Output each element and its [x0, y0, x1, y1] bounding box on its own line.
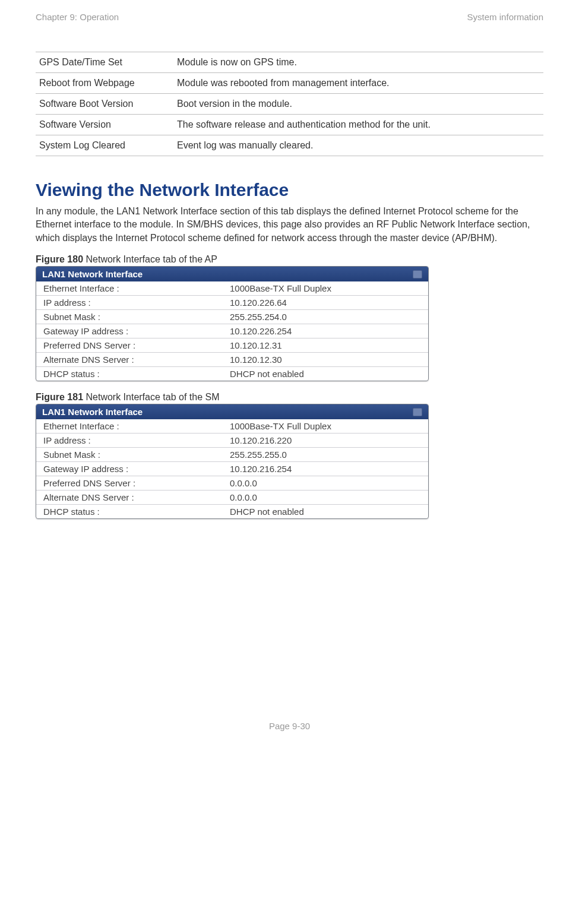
field-value: 10.120.216.254 [223, 462, 428, 476]
table-row: IP address :10.120.226.64 [36, 296, 428, 310]
header-left: Chapter 9: Operation [36, 12, 119, 22]
field-value: 10.120.216.220 [223, 433, 428, 448]
table-row: Alternate DNS Server :10.120.12.30 [36, 353, 428, 367]
panel-title: LAN1 Network Interface [42, 407, 143, 417]
def-term: Software Boot Version [36, 94, 173, 115]
table-row: Software Version The software release an… [36, 115, 543, 135]
field-label: IP address : [36, 433, 223, 448]
panel-title: LAN1 Network Interface [42, 269, 143, 279]
def-desc: Module was rebooted from management inte… [173, 73, 543, 94]
field-label: Gateway IP address : [36, 324, 223, 338]
field-value: 0.0.0.0 [223, 491, 428, 505]
table-row: Software Boot Version Boot version in th… [36, 94, 543, 115]
definition-table: GPS Date/Time Set Module is now on GPS t… [36, 52, 543, 156]
figure-number: Figure 180 [36, 254, 83, 264]
table-row: Preferred DNS Server :10.120.12.31 [36, 338, 428, 353]
collapse-icon[interactable] [413, 408, 422, 416]
table-row: Ethernet Interface :1000Base-TX Full Dup… [36, 281, 428, 296]
field-label: Alternate DNS Server : [36, 491, 223, 505]
figure-number: Figure 181 [36, 392, 83, 402]
field-label: Subnet Mask : [36, 310, 223, 324]
field-value: 1000Base-TX Full Duplex [223, 419, 428, 433]
figure-title: Network Interface tab of the SM [83, 392, 219, 402]
def-desc: Boot version in the module. [173, 94, 543, 115]
field-label: DHCP status : [36, 505, 223, 519]
table-row: Preferred DNS Server :0.0.0.0 [36, 476, 428, 491]
def-term: GPS Date/Time Set [36, 52, 173, 73]
field-label: Ethernet Interface : [36, 281, 223, 296]
field-label: Ethernet Interface : [36, 419, 223, 433]
field-label: DHCP status : [36, 367, 223, 381]
field-value: 10.120.226.64 [223, 296, 428, 310]
figure-caption: Figure 181 Network Interface tab of the … [36, 392, 543, 403]
def-desc: Event log was manually cleared. [173, 135, 543, 156]
table-row: Subnet Mask :255.255.254.0 [36, 310, 428, 324]
def-desc: The software release and authentication … [173, 115, 543, 135]
figure-caption: Figure 180 Network Interface tab of the … [36, 254, 543, 265]
section-body: In any module, the LAN1 Network Interfac… [36, 205, 543, 245]
table-row: Gateway IP address :10.120.226.254 [36, 324, 428, 338]
field-label: Alternate DNS Server : [36, 353, 223, 367]
table-row: Gateway IP address :10.120.216.254 [36, 462, 428, 476]
panel-header: LAN1 Network Interface [36, 267, 428, 281]
header-right: System information [467, 12, 543, 22]
table-row: Reboot from Webpage Module was rebooted … [36, 73, 543, 94]
field-value: DHCP not enabled [223, 505, 428, 519]
page-header: Chapter 9: Operation System information [36, 12, 543, 22]
field-label: Subnet Mask : [36, 448, 223, 462]
def-term: Reboot from Webpage [36, 73, 173, 94]
table-row: System Log Cleared Event log was manuall… [36, 135, 543, 156]
figure-title: Network Interface tab of the AP [83, 254, 217, 264]
network-values-table: Ethernet Interface :1000Base-TX Full Dup… [36, 281, 428, 381]
field-value: 0.0.0.0 [223, 476, 428, 491]
network-values-table: Ethernet Interface :1000Base-TX Full Dup… [36, 419, 428, 518]
field-value: DHCP not enabled [223, 367, 428, 381]
field-value: 10.120.12.30 [223, 353, 428, 367]
field-value: 10.120.226.254 [223, 324, 428, 338]
collapse-icon[interactable] [413, 270, 422, 279]
field-value: 255.255.255.0 [223, 448, 428, 462]
table-row: DHCP status :DHCP not enabled [36, 367, 428, 381]
page-number: Page 9-30 [36, 721, 543, 731]
field-label: Preferred DNS Server : [36, 338, 223, 353]
network-interface-panel-sm: LAN1 Network Interface Ethernet Interfac… [36, 404, 429, 519]
field-label: Gateway IP address : [36, 462, 223, 476]
table-row: Alternate DNS Server :0.0.0.0 [36, 491, 428, 505]
def-term: System Log Cleared [36, 135, 173, 156]
field-label: Preferred DNS Server : [36, 476, 223, 491]
field-value: 1000Base-TX Full Duplex [223, 281, 428, 296]
network-interface-panel-ap: LAN1 Network Interface Ethernet Interfac… [36, 266, 429, 381]
def-desc: Module is now on GPS time. [173, 52, 543, 73]
table-row: GPS Date/Time Set Module is now on GPS t… [36, 52, 543, 73]
table-row: DHCP status :DHCP not enabled [36, 505, 428, 519]
table-row: IP address :10.120.216.220 [36, 433, 428, 448]
table-row: Subnet Mask :255.255.255.0 [36, 448, 428, 462]
field-value: 10.120.12.31 [223, 338, 428, 353]
field-value: 255.255.254.0 [223, 310, 428, 324]
panel-header: LAN1 Network Interface [36, 404, 428, 419]
def-term: Software Version [36, 115, 173, 135]
field-label: IP address : [36, 296, 223, 310]
section-heading: Viewing the Network Interface [36, 180, 543, 200]
table-row: Ethernet Interface :1000Base-TX Full Dup… [36, 419, 428, 433]
